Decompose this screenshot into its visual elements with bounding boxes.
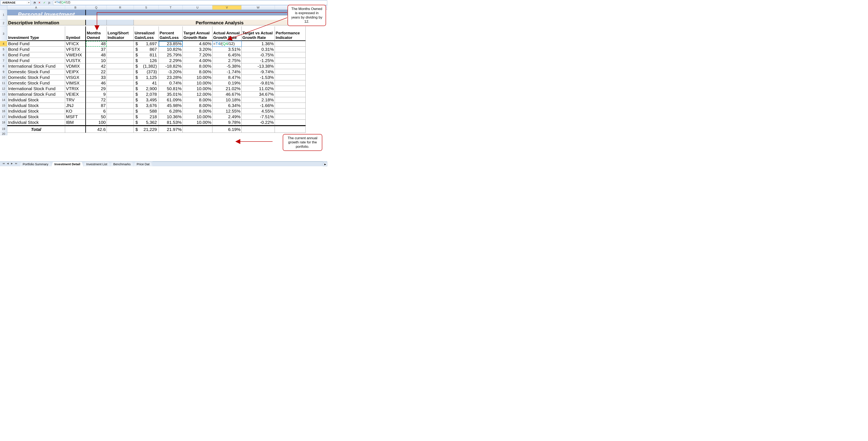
cell-W14[interactable]: 2.18% <box>242 97 275 103</box>
row-header-13[interactable]: 13 <box>0 92 7 97</box>
cell-X15[interactable] <box>275 103 306 109</box>
cell-A18[interactable]: Individual Stock <box>7 120 65 125</box>
cell-B9[interactable]: VEIPX <box>65 69 86 75</box>
select-all-corner[interactable] <box>0 5 7 9</box>
cell-S4[interactable]: $1,697 <box>134 41 159 47</box>
sheet-tab-portfolio-summary[interactable]: Portfolio Summary <box>20 162 52 167</box>
cell-B18[interactable]: IBM <box>65 120 86 125</box>
cell-A16[interactable]: Individual Stock <box>7 109 65 114</box>
row-header-2[interactable]: 2 <box>0 20 7 26</box>
cell-U6[interactable]: 7.20% <box>183 52 212 58</box>
cell-T14[interactable]: 61.09% <box>159 97 183 103</box>
cell-V18[interactable]: 9.78% <box>212 120 242 125</box>
row-header-18[interactable]: 18 <box>0 120 7 125</box>
cell-Q12[interactable]: 29 <box>86 86 107 92</box>
row-header-10[interactable]: 10 <box>0 75 7 80</box>
cell-W12[interactable]: 11.02% <box>242 86 275 92</box>
row-header-7[interactable]: 7 <box>0 58 7 63</box>
sheet-tab-investment-detail[interactable]: Investment Detail <box>51 162 83 167</box>
cell-U17[interactable]: 10.00% <box>183 114 212 120</box>
cell-W16[interactable]: 4.55% <box>242 109 275 114</box>
cell-V16[interactable]: 12.55% <box>212 109 242 114</box>
cell-X12[interactable] <box>275 86 306 92</box>
cell-S17[interactable]: $218 <box>134 114 159 120</box>
row-header-3[interactable]: 3 <box>0 26 7 41</box>
cell-T6[interactable]: 25.79% <box>159 52 183 58</box>
cell-S9[interactable]: $(373) <box>134 69 159 75</box>
cell-A8[interactable]: International Stock Fund <box>7 63 65 69</box>
cell-A10[interactable]: Domestic Stock Fund <box>7 75 65 80</box>
row-header-15[interactable]: 15 <box>0 103 7 109</box>
tab-last-icon[interactable]: ⏭ <box>14 162 18 166</box>
cell-R9[interactable] <box>107 69 134 75</box>
tab-prev-icon[interactable]: ◀ <box>6 162 9 166</box>
cell-V4-editing[interactable]: =T4/(Q4/12) <box>212 41 242 47</box>
name-box[interactable]: AVERAGE ▼ <box>0 0 31 5</box>
cell-X6[interactable] <box>275 52 306 58</box>
cell-X18[interactable] <box>275 120 306 125</box>
cell-R12[interactable] <box>107 86 134 92</box>
cell-X4[interactable] <box>275 41 306 47</box>
cell-U7[interactable]: 4.00% <box>183 58 212 63</box>
cell-U15[interactable]: 8.00% <box>183 103 212 109</box>
cell-R4[interactable] <box>107 41 134 47</box>
cell-X14[interactable] <box>275 97 306 103</box>
cell-R7[interactable] <box>107 58 134 63</box>
formula-input[interactable]: =T4/(Q4/12) <box>53 0 327 5</box>
cell-Q11[interactable]: 46 <box>86 80 107 86</box>
cell-S15[interactable]: $3,676 <box>134 103 159 109</box>
cell-B16[interactable]: KO <box>65 109 86 114</box>
cell-V8[interactable]: -5.38% <box>212 63 242 69</box>
cell-S14[interactable]: $3,495 <box>134 97 159 103</box>
cell-T10[interactable]: 23.28% <box>159 75 183 80</box>
row-header-8[interactable]: 8 <box>0 63 7 69</box>
cell-S6[interactable]: $811 <box>134 52 159 58</box>
cell-A13[interactable]: International Stock Fund <box>7 92 65 97</box>
cell-R11[interactable] <box>107 80 134 86</box>
cell-T16[interactable]: 6.28% <box>159 109 183 114</box>
cell-Q16[interactable]: 6 <box>86 109 107 114</box>
cell-B5[interactable]: VFSTX <box>65 47 86 52</box>
row-header-9[interactable]: 9 <box>0 69 7 75</box>
cell-S13[interactable]: $2,078 <box>134 92 159 97</box>
grid[interactable]: Personal Investment Descriptive Informat… <box>7 10 306 135</box>
cell-R6[interactable] <box>107 52 134 58</box>
cell-U4[interactable]: 4.60% <box>183 41 212 47</box>
cell-V17[interactable]: 2.49% <box>212 114 242 120</box>
cell-A12[interactable]: International Stock Fund <box>7 86 65 92</box>
cell-W9[interactable]: -9.74% <box>242 69 275 75</box>
cell-T12[interactable]: 50.81% <box>159 86 183 92</box>
cell-B17[interactable]: MSFT <box>65 114 86 120</box>
cell-W18[interactable]: -0.22% <box>242 120 275 125</box>
cell-X16[interactable] <box>275 109 306 114</box>
cell-X8[interactable] <box>275 63 306 69</box>
cell-S11[interactable]: $41 <box>134 80 159 86</box>
cell-Q5[interactable]: 37 <box>86 47 107 52</box>
cell-T11[interactable]: 0.74% <box>159 80 183 86</box>
cell-T18[interactable]: 81.53% <box>159 120 183 125</box>
cell-Q9[interactable]: 22 <box>86 69 107 75</box>
col-header-T[interactable]: T <box>159 5 183 9</box>
cell-X9[interactable] <box>275 69 306 75</box>
cell-S8[interactable]: $(1,382) <box>134 63 159 69</box>
cell-W17[interactable]: -7.51% <box>242 114 275 120</box>
cell-V7[interactable]: 2.75% <box>212 58 242 63</box>
cell-Q8[interactable]: 42 <box>86 63 107 69</box>
cell-V10[interactable]: 8.47% <box>212 75 242 80</box>
cell-T9[interactable]: -3.20% <box>159 69 183 75</box>
cell-B6[interactable]: VWEHX <box>65 52 86 58</box>
name-box-dropdown-icon[interactable]: ▼ <box>27 1 30 4</box>
cell-U12[interactable]: 10.00% <box>183 86 212 92</box>
sheet-tab-investment-list[interactable]: Investment List <box>83 162 111 167</box>
cell-B15[interactable]: JNJ <box>65 103 86 109</box>
cell-W10[interactable]: -1.53% <box>242 75 275 80</box>
cell-V14[interactable]: 10.18% <box>212 97 242 103</box>
row-header-4[interactable]: 4 <box>0 41 7 47</box>
col-header-A[interactable]: A <box>7 5 65 9</box>
cell-S12[interactable]: $2,900 <box>134 86 159 92</box>
row-header-6[interactable]: 6 <box>0 52 7 58</box>
cell-A17[interactable]: Individual Stock <box>7 114 65 120</box>
cell-V15[interactable]: 6.34% <box>212 103 242 109</box>
col-header-U[interactable]: U <box>183 5 212 9</box>
cell-W15[interactable]: -1.66% <box>242 103 275 109</box>
